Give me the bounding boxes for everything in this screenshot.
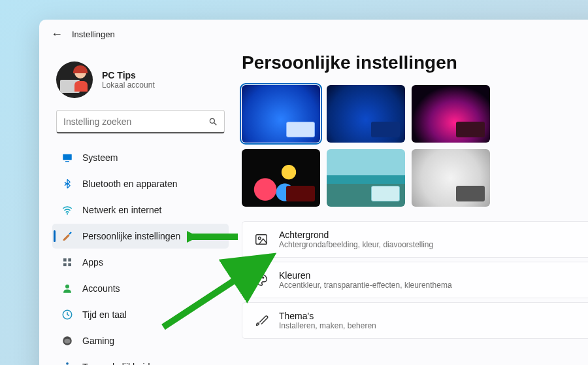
brush-icon (254, 313, 269, 328)
image-icon (254, 232, 269, 247)
svg-rect-2 (63, 154, 72, 160)
svg-rect-13 (256, 235, 267, 245)
sidebar-item-label: Bluetooth en apparaten (82, 179, 178, 189)
main: Persoonlijke instellingen Achtergrond Ac… (235, 48, 588, 365)
apps-icon (61, 256, 73, 268)
sidebar-item-network[interactable]: Netwerk en internet (52, 198, 229, 222)
bluetooth-icon (61, 178, 73, 190)
paintbrush-icon (61, 230, 73, 242)
titlebar: ← Instellingen (39, 20, 588, 48)
titlebar-title: Instellingen (72, 29, 115, 39)
setting-desc: Accentkleur, transparantie-effecten, kle… (279, 281, 452, 290)
avatar (56, 61, 93, 98)
network-icon (61, 204, 73, 216)
sidebar-item-label: Netwerk en internet (82, 205, 161, 215)
search-icon (208, 117, 218, 126)
theme-grid (242, 85, 588, 207)
svg-point-12 (66, 362, 69, 365)
page-title: Persoonlijke instellingen (242, 52, 588, 73)
search-input[interactable] (63, 116, 208, 127)
sidebar-item-accounts[interactable]: Accounts (52, 276, 229, 301)
svg-point-17 (263, 277, 264, 278)
user-name: PC Tips (102, 70, 155, 80)
back-button[interactable]: ← (51, 27, 63, 41)
theme-preview-4[interactable] (242, 149, 320, 207)
sidebar-item-label: Persoonlijke instellingen (82, 231, 180, 241)
sidebar-item-apps[interactable]: Apps (52, 250, 229, 275)
sidebar-item-accessibility[interactable]: Toegankelijkheid (52, 355, 229, 365)
svg-point-15 (258, 279, 259, 281)
svg-point-0 (210, 118, 214, 123)
sidebar-item-label: Gaming (82, 336, 114, 346)
svg-rect-8 (68, 263, 71, 266)
sidebar-item-label: Tijd en taal (82, 309, 127, 320)
palette-icon (254, 273, 269, 287)
user-sub: Lokaal account (102, 80, 155, 90)
profile[interactable]: PC Tips Lokaal account (52, 61, 229, 98)
svg-rect-7 (63, 263, 67, 266)
setting-colors[interactable]: Kleuren Accentkleur, transparantie-effec… (242, 262, 588, 298)
sidebar-item-label: Systeem (82, 152, 118, 163)
sidebar-item-time[interactable]: Tijd en taal (52, 302, 229, 327)
theme-preview-3[interactable] (412, 85, 490, 143)
sidebar-item-label: Accounts (82, 283, 120, 294)
accessibility-icon (61, 361, 73, 365)
svg-point-14 (258, 237, 261, 239)
sidebar-item-bluetooth[interactable]: Bluetooth en apparaten (52, 171, 229, 196)
setting-desc: Achtergrondafbeelding, kleur, diavoorste… (279, 240, 433, 249)
system-icon (61, 152, 73, 164)
accounts-icon (61, 283, 73, 294)
theme-preview-1[interactable] (242, 85, 320, 143)
search-box[interactable] (56, 110, 225, 133)
sidebar-item-label: Apps (82, 257, 103, 268)
sidebar-item-system[interactable]: Systeem (52, 145, 229, 170)
sidebar-item-gaming[interactable]: Gaming (52, 328, 229, 353)
setting-title: Kleuren (279, 270, 452, 281)
svg-point-9 (65, 285, 69, 288)
settings-window: ← Instellingen PC Tips Lokaal account (39, 20, 588, 365)
nav: Systeem Bluetooth en apparaten Netwerk e… (52, 145, 229, 365)
setting-title: Thema's (279, 311, 376, 321)
svg-point-4 (67, 213, 68, 215)
svg-line-1 (214, 122, 217, 125)
time-icon (61, 309, 73, 321)
theme-preview-6[interactable] (412, 149, 490, 207)
sidebar-item-personalization[interactable]: Persoonlijke instellingen (52, 224, 229, 249)
svg-rect-6 (68, 258, 71, 262)
theme-preview-2[interactable] (327, 85, 405, 143)
sidebar: PC Tips Lokaal account Systeem Bluetooth… (39, 48, 235, 365)
svg-point-16 (259, 277, 261, 278)
svg-rect-3 (65, 161, 69, 162)
theme-preview-5[interactable] (327, 149, 405, 207)
setting-background[interactable]: Achtergrond Achtergrondafbeelding, kleur… (242, 221, 588, 258)
setting-themes[interactable]: Thema's Installeren, maken, beheren (242, 302, 588, 339)
svg-rect-5 (63, 258, 67, 262)
gaming-icon (61, 335, 73, 347)
setting-desc: Installeren, maken, beheren (279, 321, 376, 330)
setting-title: Achtergrond (279, 230, 433, 240)
settings-list: Achtergrond Achtergrondafbeelding, kleur… (242, 221, 588, 339)
sidebar-item-label: Toegankelijkheid (82, 362, 150, 365)
